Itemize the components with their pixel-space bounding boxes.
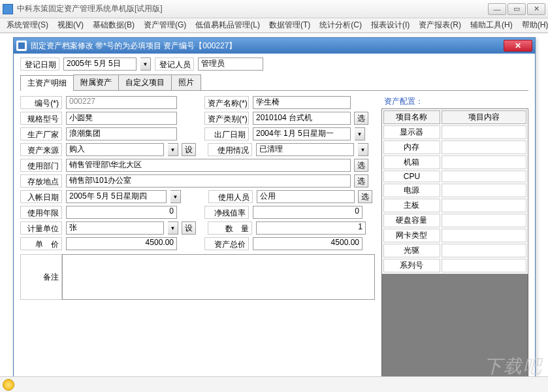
dialog-titlebar: 固定资产档案修改 带*号的为必填项目 资产编号【000227】 ✕	[14, 38, 535, 54]
config-head-content: 项目内容	[442, 110, 526, 124]
code-input[interactable]: 000227	[66, 96, 177, 109]
config-table: 项目名称 项目内容 显示器 内存 机箱 CPU 电源 主板 硬盘容量 网卡类型 …	[381, 108, 528, 274]
asset-edit-dialog: 固定资产档案修改 带*号的为必填项目 资产编号【000227】 ✕ 登记日期 2…	[13, 37, 536, 377]
outdate-input[interactable]: 2004年 1月 5日星期一	[253, 127, 351, 140]
loc-input[interactable]: 销售部\101办公室	[66, 174, 351, 188]
loc-select-button[interactable]: 选	[354, 174, 368, 188]
menubar: 系统管理(S) 视图(V) 基础数据(B) 资产管理(G) 低值易耗品管理(L)…	[0, 18, 548, 33]
status-input[interactable]: 已清理	[256, 143, 354, 156]
menu-data[interactable]: 数据管理(T)	[265, 18, 314, 32]
dept-input[interactable]: 销售管理部\华北大区	[66, 159, 351, 172]
dialog-icon	[16, 41, 27, 51]
source-label: 资产来源	[20, 143, 62, 156]
total-label: 资产总价	[204, 237, 249, 250]
indate-dropdown-icon[interactable]: ▼	[170, 190, 181, 203]
code-label: 编号(*)	[20, 96, 62, 109]
close-button[interactable]: ✕	[527, 3, 545, 15]
name-label: 资产名称(*)	[204, 96, 249, 109]
config-title: 资产配置：	[381, 96, 528, 107]
name-input[interactable]: 学生椅	[253, 96, 351, 109]
config-row[interactable]: 主板	[383, 199, 440, 212]
window-titlebar: 中科东策固定资产管理系统单机版[试用版] — ▭ ✕	[0, 0, 548, 18]
menu-assetreport[interactable]: 资产报表(R)	[415, 18, 465, 32]
menu-system[interactable]: 系统管理(S)	[3, 18, 52, 32]
residual-label: 净残值率	[204, 206, 249, 219]
unit-input[interactable]: 张	[66, 221, 164, 235]
source-input[interactable]: 购入	[66, 143, 164, 156]
user-select-button[interactable]: 选	[358, 190, 372, 203]
workspace: 固定资产档案修改 带*号的为必填项目 资产编号【000227】 ✕ 登记日期 2…	[0, 33, 548, 392]
tab-bar: 主资产明细 附属资产 自定义项目 照片	[20, 74, 528, 91]
minimize-button[interactable]: —	[488, 3, 506, 15]
source-dropdown-icon[interactable]: ▼	[168, 143, 178, 156]
tab-custom[interactable]: 自定义项目	[118, 74, 172, 90]
config-row[interactable]: 光驱	[383, 244, 440, 257]
maximize-button[interactable]: ▭	[508, 3, 526, 15]
maker-input[interactable]: 浪潮集团	[66, 127, 177, 140]
menu-stats[interactable]: 统计分析(C)	[315, 18, 366, 32]
config-row[interactable]: 电源	[383, 184, 440, 197]
reg-person-input[interactable]: 管理员	[198, 57, 263, 71]
tab-photo[interactable]: 照片	[171, 74, 201, 90]
type-label: 资产类别(*)	[204, 112, 249, 125]
user-input[interactable]: 公用	[257, 190, 355, 203]
reg-person-label: 登记人员	[155, 57, 194, 71]
indate-label: 入帐日期	[20, 190, 62, 203]
years-input[interactable]: 0	[66, 206, 177, 219]
dialog-title: 固定资产档案修改 带*号的为必填项目 资产编号【000227】	[31, 41, 504, 52]
residual-input[interactable]: 0	[253, 206, 363, 219]
type-select-button[interactable]: 选	[354, 112, 368, 125]
outdate-dropdown-icon[interactable]: ▼	[355, 127, 365, 140]
unit-dropdown-icon[interactable]: ▼	[168, 221, 178, 235]
spec-label: 规格型号	[20, 112, 62, 125]
dept-select-button[interactable]: 选	[354, 159, 368, 172]
user-label: 使用人员	[208, 190, 253, 203]
menu-view[interactable]: 视图(V)	[54, 18, 88, 32]
menu-asset[interactable]: 资产管理(G)	[140, 18, 190, 32]
statusbar	[0, 376, 548, 392]
spec-input[interactable]: 小圆凳	[66, 112, 177, 125]
dept-label: 使用部门	[20, 159, 62, 172]
price-input[interactable]: 4500.00	[66, 237, 177, 250]
status-label: 使用情况	[208, 143, 252, 156]
reg-date-dropdown-icon[interactable]: ▼	[140, 57, 151, 71]
remark-label: 备注	[20, 254, 62, 300]
total-input[interactable]: 4500.00	[253, 237, 363, 250]
indate-input[interactable]: 2005年 5月 5日星期四	[66, 190, 167, 203]
config-row[interactable]: 内存	[383, 140, 440, 154]
config-row[interactable]: 系列号	[383, 259, 440, 272]
config-head-name: 项目名称	[383, 110, 440, 124]
smiley-icon[interactable]	[3, 379, 14, 391]
price-label: 单 价	[20, 237, 62, 250]
status-dropdown-icon[interactable]: ▼	[358, 143, 368, 156]
menu-help[interactable]: 帮助(H)	[518, 18, 548, 32]
dialog-close-button[interactable]: ✕	[504, 40, 532, 52]
window-title: 中科东策固定资产管理系统单机版[试用版]	[17, 3, 488, 14]
tab-sub-asset[interactable]: 附属资产	[73, 74, 119, 90]
reg-date-input[interactable]: 2005年 5月 5日	[63, 57, 137, 71]
app-icon	[3, 4, 13, 14]
menu-reportdesign[interactable]: 报表设计(I)	[367, 18, 413, 32]
unit-label: 计量单位	[20, 221, 62, 235]
source-set-button[interactable]: 设	[182, 143, 196, 156]
config-row[interactable]: 硬盘容量	[383, 214, 440, 227]
menu-basedata[interactable]: 基础数据(B)	[89, 18, 138, 32]
menu-tools[interactable]: 辅助工具(H)	[466, 18, 517, 32]
type-input[interactable]: 2010104 台式机	[253, 112, 351, 125]
config-row[interactable]: 网卡类型	[383, 229, 440, 242]
config-row[interactable]: 显示器	[383, 125, 440, 139]
qty-input[interactable]: 1	[256, 221, 366, 235]
maker-label: 生产厂家	[20, 127, 62, 140]
reg-date-label: 登记日期	[20, 57, 59, 71]
remark-textarea[interactable]	[62, 254, 375, 300]
unit-set-button[interactable]: 设	[182, 221, 196, 235]
outdate-label: 出厂日期	[204, 127, 249, 140]
tab-main-detail[interactable]: 主资产明细	[20, 75, 74, 91]
config-row[interactable]: 机箱	[383, 155, 440, 169]
loc-label: 存放地点	[20, 174, 62, 188]
config-row[interactable]: CPU	[383, 171, 440, 182]
qty-label: 数 量	[208, 221, 252, 235]
config-empty-area	[381, 274, 528, 392]
years-label: 使用年限	[20, 206, 62, 219]
menu-consumable[interactable]: 低值易耗品管理(L)	[191, 18, 264, 32]
